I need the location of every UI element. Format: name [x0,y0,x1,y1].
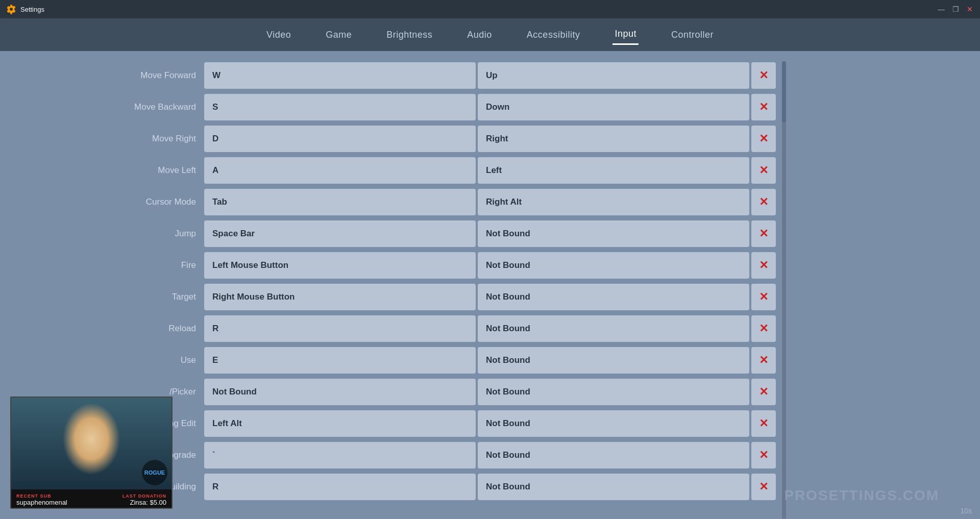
binding-action-label: Move Forward [102,70,204,81]
binding-clear-button[interactable]: ✕ [751,126,776,152]
binding-row: Cursor ModeTabRight Alt✕ [102,188,776,216]
titlebar-controls: — ❐ ✕ [937,5,974,13]
binding-action-label: Target [102,292,204,302]
binding-secondary-key[interactable]: Right Alt [478,189,749,215]
binding-row: Move ForwardWUp✕ [102,61,776,90]
clear-icon: ✕ [759,102,768,113]
binding-primary-key[interactable]: D [204,126,476,152]
binding-primary-key[interactable]: Left Mouse Button [204,252,476,279]
binding-clear-button[interactable]: ✕ [751,189,776,215]
binding-action-label: Fire [102,260,204,270]
binding-row: JumpSpace BarNot Bound✕ [102,219,776,248]
binding-primary-key[interactable]: Not Bound [204,379,476,405]
clear-icon: ✕ [759,481,768,492]
binding-clear-button[interactable]: ✕ [751,379,776,405]
binding-action-label: Cursor Mode [102,197,204,207]
binding-secondary-key[interactable]: Not Bound [478,220,749,247]
binding-clear-button[interactable]: ✕ [751,347,776,374]
binding-clear-button[interactable]: ✕ [751,220,776,247]
settings-gear-icon [6,4,16,14]
bindings-scroll-area: Move ForwardWUp✕Move BackwardSDown✕Move … [102,61,776,501]
binding-clear-button[interactable]: ✕ [751,94,776,120]
binding-action-label: Jump [102,229,204,239]
binding-primary-key[interactable]: A [204,157,476,184]
binding-row: FireLeft Mouse ButtonNot Bound✕ [102,251,776,280]
binding-row: Move LeftALeft✕ [102,156,776,185]
clear-icon: ✕ [759,165,768,176]
binding-primary-key[interactable]: E [204,347,476,374]
bindings-list: Move ForwardWUp✕Move BackwardSDown✕Move … [102,61,776,501]
binding-primary-key[interactable]: W [204,62,476,89]
binding-action-label: /Picker [102,387,204,397]
last-donation-value: Zinsa: $5.00 [122,499,166,506]
binding-primary-key[interactable]: S [204,94,476,120]
binding-clear-button[interactable]: ✕ [751,442,776,468]
binding-row: TargetRight Mouse ButtonNot Bound✕ [102,283,776,311]
binding-primary-key[interactable]: Space Bar [204,220,476,247]
bindings-container: Move ForwardWUp✕Move BackwardSDown✕Move … [102,61,776,519]
nav-accessibility[interactable]: Accessibility [525,26,582,44]
clear-icon: ✕ [759,355,768,366]
binding-secondary-key[interactable]: Not Bound [478,474,749,500]
binding-primary-key[interactable]: R [204,315,476,342]
binding-clear-button[interactable]: ✕ [751,410,776,437]
clear-icon: ✕ [759,196,768,208]
recent-sub-label: RECENT SUB [16,493,67,499]
minimize-button[interactable]: — [937,5,945,13]
binding-row: /PickerNot BoundNot Bound✕ [102,378,776,406]
binding-row: Move BackwardSDown✕ [102,93,776,121]
binding-secondary-key[interactable]: Not Bound [478,379,749,405]
binding-secondary-key[interactable]: Not Bound [478,284,749,310]
close-button[interactable]: ✕ [966,5,974,13]
binding-primary-key[interactable]: ` [204,442,476,468]
clear-icon: ✕ [759,418,768,429]
binding-clear-button[interactable]: ✕ [751,315,776,342]
rogue-logo: ROGUE [142,460,167,485]
binding-row: Rotate BuildingRNot Bound✕ [102,473,776,501]
restore-button[interactable]: ❐ [951,5,960,13]
binding-secondary-key[interactable]: Not Bound [478,315,749,342]
binding-secondary-key[interactable]: Not Bound [478,252,749,279]
nav-input[interactable]: Input [612,24,639,45]
webcam-bar-right: LAST DONATION Zinsa: $5.00 [122,493,166,506]
binding-secondary-key[interactable]: Not Bound [478,347,749,374]
binding-action-label: Use [102,355,204,365]
clear-icon: ✕ [759,291,768,303]
binding-clear-button[interactable]: ✕ [751,284,776,310]
last-donation-label: LAST DONATION [122,493,166,499]
binding-row: UseENot Bound✕ [102,346,776,375]
recent-sub-value: supaphenomenal [16,499,67,506]
binding-secondary-key[interactable]: Not Bound [478,410,749,437]
titlebar-left: Settings [6,4,44,14]
clear-icon: ✕ [759,450,768,461]
binding-action-label: Move Right [102,134,204,144]
binding-secondary-key[interactable]: Right [478,126,749,152]
binding-clear-button[interactable]: ✕ [751,62,776,89]
clear-icon: ✕ [759,133,768,144]
binding-secondary-key[interactable]: Left [478,157,749,184]
nav-audio[interactable]: Audio [465,26,494,44]
binding-primary-key[interactable]: Left Alt [204,410,476,437]
scrollbar[interactable] [782,61,786,519]
binding-row: Building EditLeft AltNot Bound✕ [102,409,776,438]
binding-primary-key[interactable]: Tab [204,189,476,215]
nav-bar: Video Game Brightness Audio Accessibilit… [0,18,980,51]
binding-action-label: Reload [102,324,204,334]
binding-clear-button[interactable]: ✕ [751,157,776,184]
webcam-bar-left: RECENT SUB supaphenomenal [16,493,67,506]
nav-controller[interactable]: Controller [669,26,716,44]
clear-icon: ✕ [759,70,768,81]
scrollbar-thumb[interactable] [782,61,786,122]
nav-game[interactable]: Game [324,26,354,44]
binding-clear-button[interactable]: ✕ [751,252,776,279]
binding-secondary-key[interactable]: Down [478,94,749,120]
timer: 10s [960,507,972,515]
binding-primary-key[interactable]: R [204,474,476,500]
binding-clear-button[interactable]: ✕ [751,474,776,500]
binding-secondary-key[interactable]: Up [478,62,749,89]
binding-secondary-key[interactable]: Not Bound [478,442,749,468]
nav-brightness[interactable]: Brightness [384,26,434,44]
nav-video[interactable]: Video [264,26,293,44]
watermark: PROSETTINGS.COM [784,487,939,504]
binding-primary-key[interactable]: Right Mouse Button [204,284,476,310]
